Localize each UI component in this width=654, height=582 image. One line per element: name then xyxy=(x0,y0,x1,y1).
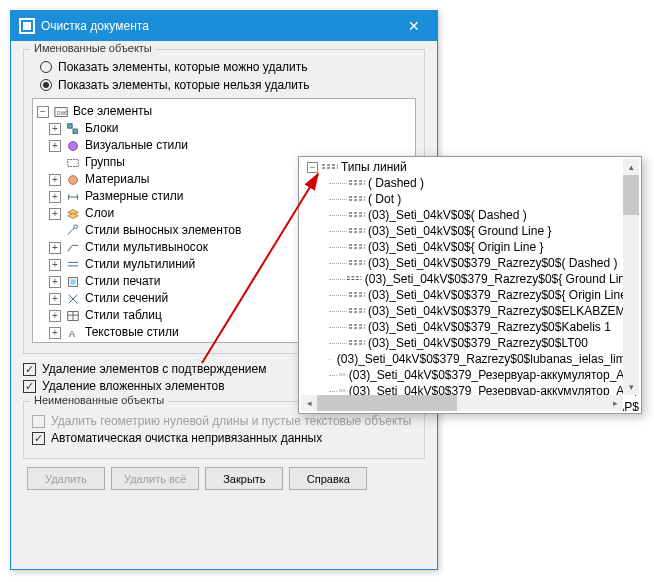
expand-icon[interactable] xyxy=(49,123,61,135)
linetype-item[interactable]: ( Dashed ) xyxy=(301,175,639,191)
text-icon: A xyxy=(65,326,81,340)
linetype-icon xyxy=(349,323,365,331)
expand-icon[interactable] xyxy=(49,293,61,305)
linetype-icon xyxy=(349,227,365,235)
check-auto-clean[interactable]: Автоматическая очистка непривязанных дан… xyxy=(32,431,416,445)
tree-item-label: Стили мультивыносок xyxy=(85,239,208,256)
scroll-left-icon[interactable]: ◂ xyxy=(301,395,317,411)
checkbox-icon xyxy=(32,432,45,445)
horizontal-scrollbar[interactable]: ◂ ▸ xyxy=(301,395,623,411)
scroll-thumb[interactable] xyxy=(317,395,457,411)
linetype-item[interactable]: (03)_Seti_04kV$0$379_Razrezy$0$lubanas_i… xyxy=(301,351,639,367)
close-button[interactable]: Закрыть xyxy=(205,467,283,490)
linetype-item[interactable]: (03)_Seti_04kV$0$379_Резервуар-аккумулят… xyxy=(301,367,639,383)
tree-item-label: Текстовые стили xyxy=(85,324,179,341)
scroll-up-icon[interactable]: ▴ xyxy=(623,159,639,175)
expand-icon[interactable] xyxy=(49,174,61,186)
svg-point-13 xyxy=(74,224,78,228)
vertical-scrollbar[interactable]: ▴ ▾ xyxy=(623,159,639,395)
expand-icon[interactable] xyxy=(49,310,61,322)
radio-label: Показать элементы, которые можно удалить xyxy=(58,60,308,74)
title-bar[interactable]: Очистка документа ✕ xyxy=(11,11,437,41)
check-label: Удаление элементов с подтверждением xyxy=(42,362,267,376)
linetype-item[interactable]: ( Dot ) xyxy=(301,191,639,207)
svg-text:DWG: DWG xyxy=(57,109,68,115)
svg-line-12 xyxy=(68,227,75,234)
linetype-item[interactable]: (03)_Seti_04kV$0${ Origin Line } xyxy=(301,239,639,255)
leader-icon xyxy=(65,224,81,238)
linetype-label: (03)_Seti_04kV$0$379_Razrezy$0$LT00 xyxy=(368,335,588,351)
mline-icon xyxy=(65,258,81,272)
scroll-right-icon[interactable]: ▸ xyxy=(607,395,623,411)
expand-icon[interactable] xyxy=(49,276,61,288)
tree-item-label: Слои xyxy=(85,205,114,222)
expand-icon[interactable] xyxy=(49,327,61,339)
linetype-label: (03)_Seti_04kV$0$( Dashed ) xyxy=(368,207,527,223)
linetype-item[interactable]: (03)_Seti_04kV$0${ Ground Line } xyxy=(301,223,639,239)
expand-icon[interactable] xyxy=(49,191,61,203)
collapse-icon[interactable] xyxy=(37,106,49,118)
table-icon xyxy=(65,309,81,323)
linetype-label: (03)_Seti_04kV$0$379_Razrezy$0$( Dashed … xyxy=(368,255,618,271)
linetype-label: (03)_Seti_04kV$0$379_Razrezy$0$ELKABZEM xyxy=(368,303,625,319)
check-label: Удалить геометрию нулевой длины и пустые… xyxy=(51,414,411,428)
linetype-item[interactable]: (03)_Seti_04kV$0$379_Razrezy$0$LT00 xyxy=(301,335,639,351)
blocks-icon xyxy=(65,122,81,136)
mleader-icon xyxy=(65,241,81,255)
expand-icon[interactable] xyxy=(49,140,61,152)
linetype-icon xyxy=(332,359,333,360)
svg-rect-17 xyxy=(70,279,75,284)
linetype-label: (03)_Seti_04kV$0$379_Razrezy$0$lubanas_i… xyxy=(337,351,639,367)
linetype-label: (03)_Seti_04kV$0${ Ground Line } xyxy=(368,223,551,239)
check-label: Автоматическая очистка непривязанных дан… xyxy=(51,431,322,445)
popup-tree[interactable]: Типы линий ( Dashed )( Dot )(03)_Seti_04… xyxy=(301,159,639,411)
linetype-icon xyxy=(322,163,338,171)
expand-icon[interactable] xyxy=(49,259,61,271)
svg-rect-1 xyxy=(23,22,31,30)
expand-icon[interactable] xyxy=(49,242,61,254)
linetype-label: (03)_Seti_04kV$0${ Origin Line } xyxy=(368,239,543,255)
tree-item-label: Стили выносных элементов xyxy=(85,222,241,239)
expand-icon[interactable] xyxy=(49,208,61,220)
linetype-label: (03)_Seti_04kV$0$379_Razrezy$0${ Origin … xyxy=(368,287,634,303)
linetype-icon xyxy=(349,291,365,299)
linetype-item[interactable]: (03)_Seti_04kV$0$379_Razrezy$0${ Ground … xyxy=(301,271,639,287)
scroll-down-icon[interactable]: ▾ xyxy=(623,379,639,395)
linetype-item[interactable]: (03)_Seti_04kV$0$379_Razrezy$0$Kabelis 1 xyxy=(301,319,639,335)
collapse-icon[interactable] xyxy=(307,162,318,173)
popup-root-label: Типы линий xyxy=(341,159,407,175)
radio-cannot-delete[interactable]: Показать элементы, которые нельзя удалит… xyxy=(40,78,416,92)
check-label: Удаление вложенных элементов xyxy=(42,379,225,393)
checkbox-icon xyxy=(23,363,36,376)
scroll-thumb[interactable] xyxy=(623,175,639,215)
help-button[interactable]: Справка xyxy=(289,467,367,490)
linetype-label: ( Dashed ) xyxy=(368,175,424,191)
radio-icon xyxy=(40,61,52,73)
popup-root[interactable]: Типы линий xyxy=(301,159,639,175)
tree-item-label: Типы линий xyxy=(85,341,151,343)
app-icon xyxy=(19,18,35,34)
linetype-label: (03)_Seti_04kV$0$379_Razrezy$0$Kabelis 1 xyxy=(368,319,611,335)
radio-can-delete[interactable]: Показать элементы, которые можно удалить xyxy=(40,60,416,74)
tree-item-label: Стили сечений xyxy=(85,290,168,307)
radio-label: Показать элементы, которые нельзя удалит… xyxy=(58,78,310,92)
tree-item-label: Размерные стили xyxy=(85,188,183,205)
tree-item[interactable]: Визуальные стили xyxy=(35,137,413,154)
tree-root[interactable]: DWG Все элементы xyxy=(35,103,413,120)
tree-item[interactable]: Блоки xyxy=(35,120,413,137)
linetype-item[interactable]: (03)_Seti_04kV$0$( Dashed ) xyxy=(301,207,639,223)
linetype-popup: Типы линий ( Dashed )( Dot )(03)_Seti_04… xyxy=(298,156,642,414)
linetype-label: (03)_Seti_04kV$0$379_Razrezy$0${ Ground … xyxy=(365,271,639,287)
svg-rect-5 xyxy=(73,129,77,133)
linetype-icon xyxy=(347,275,362,282)
linetype-item[interactable]: (03)_Seti_04kV$0$379_Razrezy$0${ Origin … xyxy=(301,287,639,303)
tree-item-label: Материалы xyxy=(85,171,149,188)
close-icon[interactable]: ✕ xyxy=(399,18,429,34)
tree-item-label: Стили таблиц xyxy=(85,307,162,324)
linetype-item[interactable]: (03)_Seti_04kV$0$379_Razrezy$0$( Dashed … xyxy=(301,255,639,271)
linetype-icon xyxy=(339,389,346,392)
check-zero-geom: Удалить геометрию нулевой длины и пустые… xyxy=(32,414,416,428)
linetype-item[interactable]: (03)_Seti_04kV$0$379_Razrezy$0$ELKABZEM xyxy=(301,303,639,319)
svg-point-6 xyxy=(69,141,78,150)
group-icon xyxy=(65,156,81,170)
